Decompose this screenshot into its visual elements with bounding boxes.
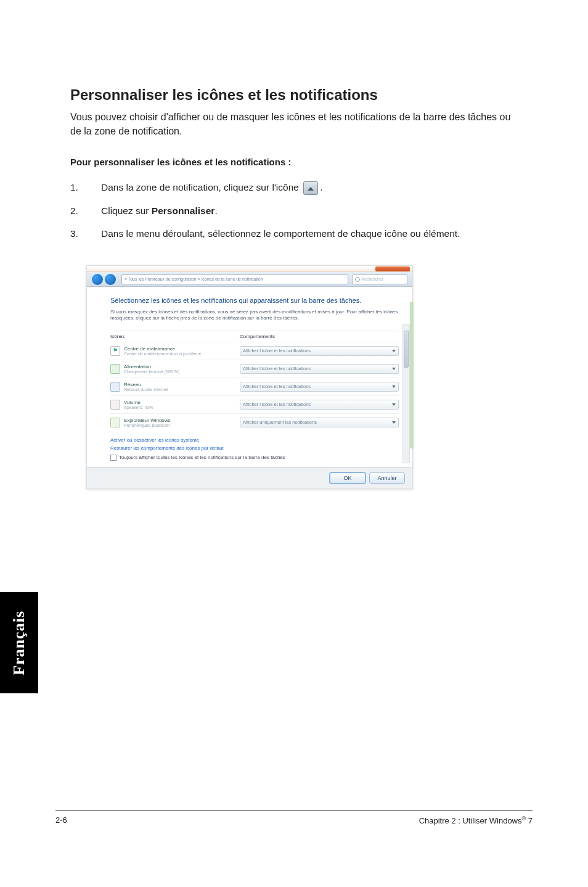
table-header-icons: Icônes [110, 334, 240, 339]
step-2-post: . [214, 205, 217, 216]
nav-back-icon[interactable] [92, 274, 103, 285]
row-title: Centre de maintenance [124, 346, 240, 352]
step-number: 3. [70, 227, 101, 241]
system-icons-link[interactable]: Activer ou désactiver les icônes système [110, 437, 399, 443]
dialog-description: Si vous masquez des icônes et des notifi… [110, 309, 399, 322]
row-title: Réseau [124, 382, 240, 387]
table-row: AlimentationChargement terminé (100 %) A… [110, 360, 399, 377]
row-subtitle: Centre de maintenance Aucun problème... [124, 352, 240, 356]
volume-icon [110, 400, 120, 410]
scrollbar-thumb[interactable] [404, 331, 409, 368]
dialog-heading: Sélectionnez les icônes et les notificat… [110, 297, 399, 304]
behavior-dropdown[interactable]: Afficher uniquement les notifications [240, 418, 399, 427]
step-number: 2. [70, 204, 101, 218]
cancel-button[interactable]: Annuler [369, 472, 405, 484]
table-row: ⚑ Centre de maintenanceCentre de mainten… [110, 342, 399, 360]
table-row: RéseauNetwork Accès Internet Afficher l'… [110, 377, 399, 395]
behavior-dropdown[interactable]: Afficher l'icône et les notifications [240, 382, 399, 392]
always-show-checkbox[interactable]: Toujours afficher toutes les icônes et l… [110, 455, 399, 461]
address-text: « Tous les Panneaux de configuration » I… [125, 277, 263, 281]
language-label: Français [10, 611, 28, 675]
network-icon [110, 382, 120, 392]
dialog-links: Activer ou désactiver les icônes système… [110, 437, 399, 451]
table-header-behavior: Comportements [240, 334, 399, 339]
section-title: Personnaliser les icônes et les notifica… [70, 86, 520, 104]
ok-button[interactable]: OK [330, 472, 365, 484]
footer-pre: Chapitre 2 : Utiliser Windows [419, 816, 522, 825]
step-text: Cliquez sur Personnaliser. [101, 204, 520, 218]
list-scrollbar[interactable] [402, 324, 410, 463]
address-field[interactable]: « Tous les Panneaux de configuration » I… [121, 274, 348, 284]
step-1-pre: Dans la zone de notification, cliquez su… [101, 182, 299, 192]
battery-icon [110, 364, 120, 374]
restore-defaults-link[interactable]: Restaurer les comportements des icônes p… [110, 445, 399, 451]
checkbox-label: Toujours afficher toutes les icônes et l… [119, 455, 285, 460]
step-number: 1. [70, 181, 101, 194]
window-right-edge [410, 302, 414, 448]
window-addressbar: « Tous les Panneaux de configuration » I… [87, 272, 412, 287]
step-2-pre: Cliquez sur [101, 205, 152, 216]
footer-post: 7 [526, 816, 533, 825]
behavior-dropdown[interactable]: Afficher l'icône et les notifications [240, 364, 399, 374]
table-row: VolumeSpeakers: 42% Afficher l'icône et … [110, 395, 399, 413]
notification-arrow-icon [303, 181, 318, 195]
row-title: Explorateur Windows [124, 418, 240, 423]
dialog-footer: OK Annuler [87, 467, 412, 489]
page-number: 2-6 [55, 815, 67, 825]
search-input[interactable]: Rechercher [352, 274, 407, 284]
step-text: Dans le menu déroulant, sélectionnez le … [101, 227, 520, 241]
checkbox-icon [110, 455, 116, 461]
row-subtitle: Périphériques Bluetooth [124, 423, 240, 427]
nav-forward-icon[interactable] [105, 274, 116, 285]
intro-text: Vous pouvez choisir d'afficher ou de mas… [70, 110, 520, 138]
window-titlebar [87, 266, 412, 272]
icons-table: Icônes Comportements ⚑ Centre de mainten… [110, 331, 399, 431]
row-title: Volume [124, 400, 240, 405]
row-subtitle: Network Accès Internet [124, 387, 240, 392]
row-subtitle: Chargement terminé (100 %) [124, 369, 240, 374]
page-footer: 2-6 Chapitre 2 : Utiliser Windows® 7 [55, 810, 533, 825]
language-tab: Français [0, 592, 38, 693]
procedure-heading: Pour personnaliser les icônes et les not… [70, 157, 520, 167]
step-1-post: . [320, 182, 322, 192]
dialog-screenshot: « Tous les Panneaux de configuration » I… [86, 265, 413, 489]
table-row: Explorateur WindowsPériphériques Bluetoo… [110, 413, 399, 431]
behavior-dropdown[interactable]: Afficher l'icône et les notifications [240, 400, 399, 410]
chapter-label: Chapitre 2 : Utiliser Windows® 7 [419, 815, 533, 825]
row-title: Alimentation [124, 364, 240, 369]
flag-icon: ⚑ [110, 346, 120, 356]
behavior-dropdown[interactable]: Afficher l'icône et les notifications [240, 346, 399, 356]
step-2-bold: Personnaliser [152, 205, 215, 216]
step-text: Dans la zone de notification, cliquez su… [101, 181, 520, 195]
steps-list: 1. Dans la zone de notification, cliquez… [70, 181, 520, 240]
search-placeholder: Rechercher [361, 277, 383, 281]
row-subtitle: Speakers: 42% [124, 405, 240, 410]
explorer-icon [110, 418, 120, 427]
